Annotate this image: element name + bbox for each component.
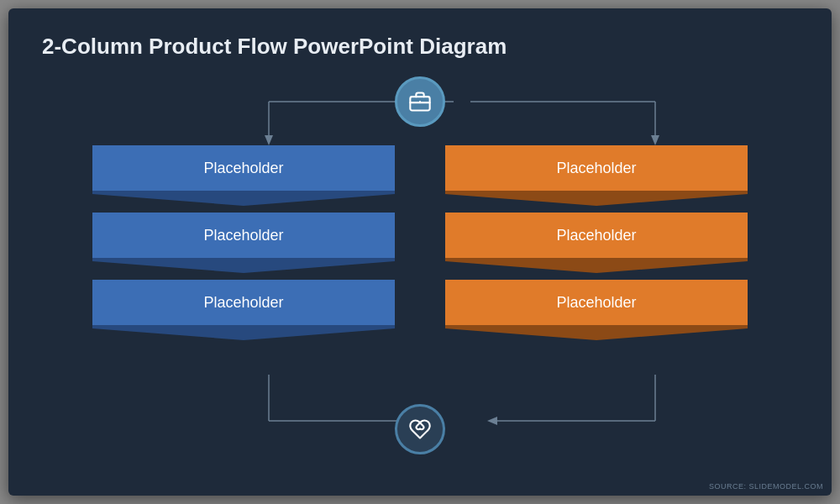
briefcase-icon [408, 90, 432, 113]
list-item: Placeholder [92, 280, 395, 340]
svg-marker-13 [487, 417, 497, 425]
zigzag-3-blue [92, 325, 395, 340]
list-item: Placeholder [445, 280, 748, 340]
right-item-3-label: Placeholder [445, 280, 748, 325]
left-item-3-label: Placeholder [92, 280, 395, 325]
slide-title: 2-Column Product Flow PowerPoint Diagram [42, 34, 798, 60]
left-column: Placeholder Placeholder Placeholder [92, 145, 395, 340]
svg-rect-0 [410, 97, 429, 110]
svg-marker-4 [265, 135, 273, 145]
zigzag-1-orange [445, 191, 748, 206]
svg-marker-7 [651, 135, 659, 145]
svg-marker-19 [445, 325, 748, 340]
right-column: Placeholder Placeholder Placeholder [445, 145, 748, 340]
list-item: Placeholder [92, 213, 395, 273]
right-item-1-label: Placeholder [445, 145, 748, 191]
left-item-1-label: Placeholder [92, 145, 395, 191]
svg-marker-15 [92, 258, 395, 273]
bottom-circle-icon [395, 404, 445, 454]
svg-marker-14 [92, 191, 395, 206]
svg-marker-18 [445, 258, 748, 273]
list-item: Placeholder [445, 145, 748, 206]
right-item-2-label: Placeholder [445, 213, 748, 258]
svg-marker-17 [445, 191, 748, 206]
diagram-area: Placeholder Placeholder Placeholder [42, 76, 798, 463]
handshake-icon [408, 417, 432, 441]
slide: 2-Column Product Flow PowerPoint Diagram [8, 8, 832, 496]
list-item: Placeholder [92, 145, 395, 206]
list-item: Placeholder [445, 213, 748, 273]
zigzag-2-orange [445, 258, 748, 273]
zigzag-3-orange [445, 325, 748, 340]
svg-marker-16 [92, 325, 395, 340]
zigzag-2-blue [92, 258, 395, 273]
left-item-2-label: Placeholder [92, 213, 395, 258]
zigzag-1-blue [92, 191, 395, 206]
source-text: SOURCE: SLIDEMODEL.COM [709, 482, 823, 491]
top-circle-icon [395, 76, 445, 127]
